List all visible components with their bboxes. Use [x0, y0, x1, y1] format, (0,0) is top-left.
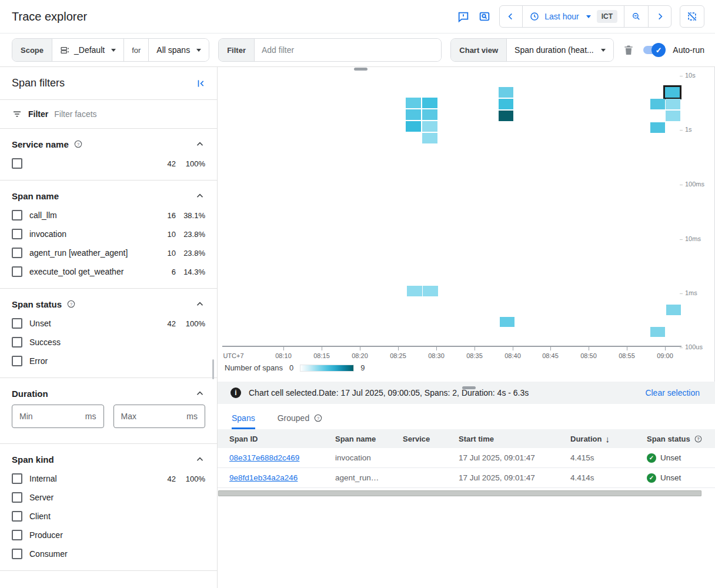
facet-row[interactable]: invocation1023.8%: [12, 225, 205, 243]
facet-row[interactable]: execute_tool get_weather614.3%: [12, 262, 205, 281]
section-span-kind: Span kind Internal42100%ServerClientProd…: [0, 444, 217, 571]
facet-row[interactable]: agent_run [weather_agent]1023.8%: [12, 243, 205, 262]
facet-row[interactable]: Success: [12, 333, 205, 352]
zoom-out-time-button[interactable]: [624, 6, 649, 27]
checkbox[interactable]: [12, 337, 22, 348]
facet-row[interactable]: Unset42100%: [12, 314, 205, 333]
chart-view-dropdown[interactable]: Span duration (heat...: [507, 39, 613, 61]
time-range-dropdown[interactable]: Last hour: [523, 6, 594, 27]
tab-grouped[interactable]: Grouped ?: [278, 413, 323, 429]
collapse-section-icon[interactable]: [195, 299, 205, 309]
x-tick-mark: [627, 347, 627, 350]
sort-desc-icon[interactable]: ↓: [605, 434, 610, 444]
heatmap-cell[interactable]: [650, 99, 665, 109]
col-span-status[interactable]: Span status ?: [647, 435, 715, 443]
checkbox[interactable]: [12, 229, 22, 239]
checkbox[interactable]: [12, 266, 22, 277]
heatmap-cell[interactable]: [423, 286, 438, 296]
checkbox[interactable]: [12, 511, 22, 522]
sidebar-scrollbar-thumb[interactable]: [212, 359, 214, 379]
duration-min-input[interactable]: [19, 412, 62, 421]
status-label: Unset: [660, 473, 681, 482]
heatmap-cell[interactable]: [422, 121, 437, 132]
horizontal-scrollbar-thumb[interactable]: [218, 490, 701, 496]
help-icon[interactable]: ?: [66, 299, 76, 309]
collapse-section-icon[interactable]: [195, 139, 205, 149]
facet-row[interactable]: call_llm1638.1%: [12, 206, 205, 225]
feedback-icon[interactable]: [457, 10, 470, 23]
checkbox[interactable]: [12, 210, 22, 220]
checkbox[interactable]: [12, 356, 22, 366]
delete-chart-icon[interactable]: [623, 44, 634, 56]
tab-spans[interactable]: Spans: [232, 413, 255, 429]
checkbox[interactable]: [12, 473, 22, 484]
collapse-section-icon[interactable]: [195, 388, 205, 399]
facet-filter-input[interactable]: [54, 109, 205, 119]
heatmap-cell[interactable]: [666, 111, 680, 121]
top-bar: Trace explorer Last: [0, 0, 715, 34]
heatmap-cell[interactable]: [422, 133, 437, 143]
col-span-id[interactable]: Span ID: [229, 435, 335, 443]
heatmap-cell[interactable]: [406, 109, 421, 120]
heatmap-cell[interactable]: [500, 317, 514, 327]
collapse-section-icon[interactable]: [195, 454, 205, 465]
facet-row[interactable]: Consumer: [12, 544, 205, 563]
facet-count: 6: [156, 268, 176, 276]
facet-row[interactable]: Producer: [12, 526, 205, 544]
facet-row[interactable]: Error: [12, 352, 205, 370]
duration-max-input[interactable]: [121, 412, 163, 421]
help-icon[interactable]: ?: [694, 435, 703, 443]
checkbox[interactable]: [12, 318, 22, 329]
section-title: Span name: [12, 191, 59, 201]
heatmap-cell[interactable]: [650, 327, 665, 337]
search-in-traces-icon[interactable]: [478, 10, 491, 23]
table-row[interactable]: 9e8fd1eb34a2a246agent_run…17 Jul 2025, 0…: [218, 468, 715, 488]
checkbox[interactable]: [12, 158, 22, 169]
spans-scope-dropdown[interactable]: All spans: [149, 39, 209, 61]
help-icon[interactable]: ?: [313, 413, 323, 423]
heatmap-cell[interactable]: [499, 111, 513, 121]
time-forward-button[interactable]: [649, 6, 671, 27]
facet-row[interactable]: 42100%: [12, 154, 205, 173]
span-id-link[interactable]: 9e8fd1eb34a2a246: [229, 473, 298, 482]
checkbox[interactable]: [12, 248, 22, 258]
heatmap-cell[interactable]: [666, 99, 680, 109]
col-span-name[interactable]: Span name: [335, 435, 403, 443]
chevron-down-icon: [601, 49, 606, 52]
span-id-link[interactable]: 08e317e688d2c469: [229, 453, 299, 462]
clear-selection-link[interactable]: Clear selection: [645, 388, 702, 397]
heatmap-cell[interactable]: [407, 286, 422, 296]
auto-run-toggle[interactable]: ✓: [643, 46, 663, 54]
facet-row[interactable]: Client: [12, 507, 205, 526]
checkbox[interactable]: [12, 530, 22, 540]
heatmap-cell[interactable]: [499, 87, 513, 98]
collapse-panel-icon[interactable]: [196, 78, 206, 89]
facet-row[interactable]: Server: [12, 488, 205, 507]
heatmap-cell[interactable]: [422, 98, 437, 108]
checkbox[interactable]: [12, 549, 22, 559]
scope-dropdown[interactable]: _Default: [52, 39, 124, 61]
panel-resize-handle[interactable]: [354, 68, 367, 71]
zoom-selection-disabled-button[interactable]: [680, 5, 704, 28]
facet-list: call_llm1638.1%invocation1023.8%agent_ru…: [12, 206, 205, 281]
table-row[interactable]: 08e317e688d2c469invocation17 Jul 2025, 0…: [218, 448, 715, 468]
facet-row[interactable]: Internal42100%: [12, 469, 205, 488]
time-back-button[interactable]: [500, 6, 523, 27]
help-icon[interactable]: ?: [73, 139, 83, 149]
heatmap-cell[interactable]: [499, 99, 513, 109]
results-resize-handle[interactable]: [462, 386, 476, 389]
heatmap-cell-selected[interactable]: [665, 87, 680, 98]
col-service[interactable]: Service: [403, 435, 459, 443]
heatmap-cell[interactable]: [406, 121, 421, 132]
collapse-section-icon[interactable]: [195, 191, 205, 201]
heatmap-cell[interactable]: [650, 122, 665, 133]
timezone-chip[interactable]: ICT: [597, 10, 617, 23]
checkbox[interactable]: [12, 492, 22, 503]
filter-input[interactable]: [255, 39, 441, 61]
selection-message: Chart cell selected.Date: 17 Jul 2025, 0…: [249, 388, 529, 397]
col-start-time[interactable]: Start time: [459, 435, 570, 443]
heatmap-cell[interactable]: [666, 305, 681, 315]
heatmap-cell[interactable]: [422, 109, 437, 120]
col-duration[interactable]: Duration↓: [570, 434, 647, 444]
heatmap-cell[interactable]: [406, 98, 421, 108]
